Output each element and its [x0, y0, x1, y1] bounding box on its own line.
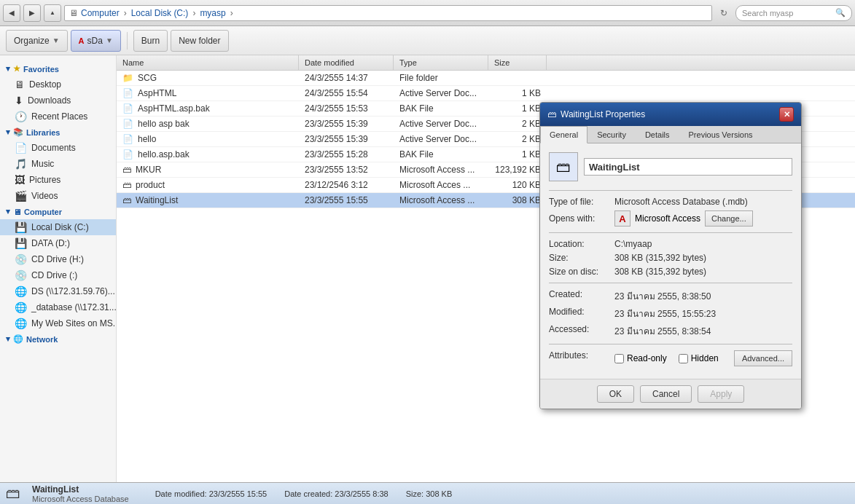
location-label: Location: [549, 239, 614, 249]
file-name-field[interactable]: WaitingList [584, 158, 792, 176]
bottom-meta: Date modified: 23/3/2555 15:55 Date crea… [155, 489, 453, 498]
sidebar-item-videos[interactable]: 🎬 Videos [0, 188, 116, 204]
sidebar-item-recent-places[interactable]: 🕐 Recent Places [0, 109, 116, 125]
file-type-cell: Active Server Doc... [394, 86, 488, 101]
file-type-cell: File folder [394, 71, 488, 85]
network-arrow-icon: ▾ [6, 334, 10, 344]
organize-label: Organize [14, 36, 50, 46]
tab-previous-versions[interactable]: Previous Versions [679, 126, 762, 143]
big-file-icon-glyph: 🗃 [556, 159, 571, 176]
sidebar-item-cd[interactable]: 💿 CD Drive (:) [0, 267, 116, 283]
sidebar-item-database-label: _database (\\172.31... [31, 302, 116, 312]
sidebar-item-music[interactable]: 🎵 Music [0, 156, 116, 172]
sidebar-item-pictures-label: Pictures [29, 175, 60, 185]
ds-network-icon: 🌐 [15, 286, 27, 297]
burn-label: Burn [141, 36, 160, 46]
new-folder-button[interactable]: New folder [171, 30, 228, 52]
sidebar-item-webserver[interactable]: 🌐 My Web Sites on MS... [0, 315, 116, 331]
sidebar-libraries-header[interactable]: ▾ 📚 Libraries [0, 125, 116, 140]
sidebar-item-documents[interactable]: 📄 Documents [0, 140, 116, 156]
tab-general[interactable]: General [540, 126, 587, 143]
col-header-type[interactable]: Type [394, 55, 488, 70]
search-field[interactable]: Search myasp 🔍 [735, 5, 852, 21]
sidebar-item-cd-h[interactable]: 💿 CD Drive (H:) [0, 251, 116, 267]
advanced-button[interactable]: Advanced... [734, 350, 792, 366]
change-button[interactable]: Change... [705, 210, 753, 227]
file-size-cell: 2 KB [488, 117, 547, 131]
sidebar-item-database-network[interactable]: 🌐 _database (\\172.31... [0, 299, 116, 315]
sidebar-item-downloads[interactable]: ⬇ Downloads [0, 92, 116, 109]
file-type-cell: Active Server Doc... [394, 132, 488, 146]
col-header-size[interactable]: Size [488, 55, 547, 70]
favorites-label: Favorites [23, 65, 59, 74]
tab-security[interactable]: Security [587, 126, 636, 143]
sidebar-item-localdisk-c[interactable]: 💾 Local Disk (C:) [0, 219, 116, 235]
breadcrumb-computer[interactable]: Computer [81, 8, 120, 18]
sidebar-item-downloads-label: Downloads [28, 95, 71, 106]
file-name-cell: 📄 hello.asp.bak [117, 147, 299, 162]
burn-button[interactable]: Burn [133, 30, 168, 52]
opens-with-label: Opens with: [549, 213, 614, 224]
apply-button[interactable]: Apply [698, 385, 744, 403]
cd-icon: 💿 [15, 269, 27, 281]
up-button[interactable]: ▲ [44, 4, 61, 22]
prop-accessed: Accessed: 23 มีนาคม 2555, 8:38:54 [549, 324, 792, 338]
dialog-title-left: 🗃 WaitingList Properties [547, 109, 645, 119]
col-header-name[interactable]: Name [117, 55, 299, 70]
file-row-icon: 📄 [122, 149, 133, 160]
modified-label: Modified: [549, 307, 614, 320]
localdisk-c-icon: 💾 [15, 221, 27, 233]
cd-h-icon: 💿 [15, 253, 27, 265]
sidebar-item-data-d[interactable]: 💾 DATA (D:) [0, 235, 116, 251]
sidebar-item-desktop-label: Desktop [29, 79, 61, 90]
file-date-cell: 24/3/2555 15:54 [299, 86, 394, 101]
readonly-label: Read-only [627, 353, 667, 363]
bottom-filename: WaitingList [32, 484, 129, 495]
file-size-cell: 1 KB [488, 147, 547, 162]
organize-button[interactable]: Organize ▼ [6, 30, 68, 52]
webserver-icon: 🌐 [15, 318, 27, 329]
table-row[interactable]: 📁 SCG 24/3/2555 14:37 File folder [117, 71, 855, 86]
file-row-icon: 📄 [122, 103, 133, 114]
dialog-close-button[interactable]: ✕ [779, 107, 794, 122]
sidebar-favorites-header[interactable]: ▾ ★ Favorites [0, 61, 116, 76]
back-button[interactable]: ◀ [3, 4, 20, 22]
dialog-titlebar: 🗃 WaitingList Properties ✕ [540, 103, 801, 126]
file-row-icon: 🗃 [122, 195, 131, 205]
bottom-size: Size: 308 KB [406, 489, 453, 498]
bottom-date-created: Date created: 23/3/2555 8:38 [284, 489, 389, 498]
sidebar-item-ds-network[interactable]: 🌐 DS (\\172.31.59.76)... [0, 283, 116, 299]
file-type-cell: Microsoft Access ... [394, 193, 488, 208]
file-type-cell: BAK File [394, 147, 488, 162]
file-date-cell: 23/3/2555 15:55 [299, 193, 394, 208]
breadcrumb-localdisk[interactable]: Local Disk (C:) [131, 8, 189, 18]
address-field[interactable]: 🖥 Computer › Local Disk (C:) › myasp › [64, 5, 712, 21]
file-name-cell: 📄 AspHTML [117, 86, 299, 101]
file-date-cell: 23/3/2555 13:52 [299, 162, 394, 177]
hidden-checkbox[interactable] [679, 354, 688, 363]
prop-created: Created: 23 มีนาคม 2555, 8:38:50 [549, 289, 792, 303]
file-date-cell: 23/3/2555 15:28 [299, 147, 394, 162]
sidebar-item-desktop[interactable]: 🖥 Desktop [0, 76, 116, 92]
forward-button[interactable]: ▶ [23, 4, 41, 22]
ok-button[interactable]: OK [597, 385, 634, 403]
pictures-icon: 🖼 [15, 174, 25, 186]
dialog-divider-3 [549, 283, 792, 283]
sda-dropdown-icon: ▼ [106, 36, 113, 44]
table-row[interactable]: 📄 AspHTML 24/3/2555 15:54 Active Server … [117, 86, 855, 101]
size-value: 308 KB (315,392 bytes) [614, 253, 792, 263]
file-size-cell: 1 KB [488, 86, 547, 101]
breadcrumb-myasp[interactable]: myasp [200, 8, 225, 18]
tab-details[interactable]: Details [636, 126, 679, 143]
refresh-button[interactable]: ↻ [715, 4, 733, 22]
file-row-name: hello.asp.bak [138, 149, 190, 160]
readonly-checkbox[interactable] [614, 354, 624, 363]
sidebar-network-header[interactable]: ▾ 🌐 Network [0, 331, 116, 347]
sidebar-computer-header[interactable]: ▾ 🖥 Computer [0, 204, 116, 219]
sidebar-item-pictures[interactable]: 🖼 Pictures [0, 172, 116, 188]
sidebar-item-music-label: Music [31, 159, 54, 169]
sda-button[interactable]: A sDa ▼ [71, 30, 121, 52]
dialog-divider-2 [549, 232, 792, 233]
col-header-date[interactable]: Date modified [299, 55, 394, 70]
cancel-button[interactable]: Cancel [640, 385, 692, 403]
